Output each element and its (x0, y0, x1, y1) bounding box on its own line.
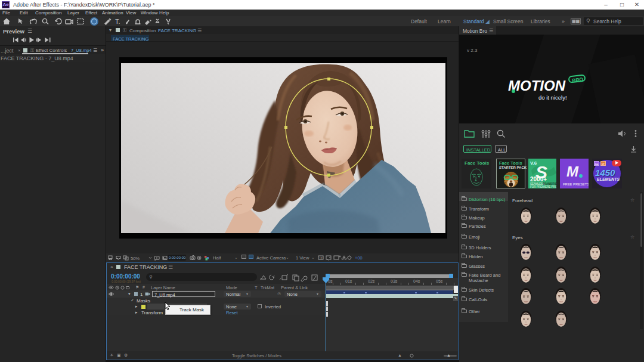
svg-text:50%: 50% (131, 256, 140, 261)
svg-text:FOR PREMIERE PRO: FOR PREMIERE PRO (530, 185, 556, 188)
svg-text:T.: T. (115, 18, 120, 25)
svg-text:13: 13 (320, 257, 323, 260)
svg-text:2000+: 2000+ (530, 176, 547, 182)
